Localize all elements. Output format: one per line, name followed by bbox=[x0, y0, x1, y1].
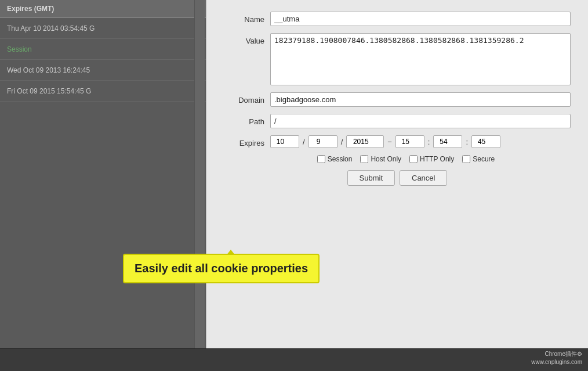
hostonly-checkbox[interactable] bbox=[360, 155, 368, 163]
httponly-checkbox[interactable] bbox=[409, 155, 418, 163]
expires-row: Expires / / − : : bbox=[224, 135, 571, 148]
httponly-checkbox-label: HTTP Only bbox=[420, 155, 454, 163]
value-textarea[interactable] bbox=[270, 33, 571, 85]
hostonly-checkbox-item[interactable]: Host Only bbox=[360, 155, 401, 163]
secure-checkbox-label: Secure bbox=[473, 155, 495, 163]
httponly-checkbox-item[interactable]: HTTP Only bbox=[409, 155, 454, 163]
table-row: Wed Oct 09 2013 16:24:45 bbox=[0, 60, 206, 81]
table-row: Thu Apr 10 2014 03:54:45 G bbox=[0, 18, 206, 39]
table-row-session: Session bbox=[0, 39, 206, 60]
expires-hour-input[interactable] bbox=[395, 135, 424, 148]
left-panel: Expires (GMT) Thu Apr 10 2014 03:54:45 G… bbox=[0, 0, 206, 348]
value-label: Value bbox=[224, 33, 270, 45]
cookie-edit-panel: Name Value Domain Path Expires / / bbox=[206, 0, 588, 348]
secure-checkbox[interactable] bbox=[462, 155, 470, 163]
time-separator-1: : bbox=[427, 138, 431, 146]
expires-month-input[interactable] bbox=[270, 135, 299, 148]
tooltip-text: Easily edit all cookie properties bbox=[135, 262, 308, 275]
name-row: Name bbox=[224, 12, 571, 26]
cancel-button[interactable]: Cancel bbox=[400, 170, 447, 186]
hostonly-checkbox-label: Host Only bbox=[371, 155, 401, 163]
expires-day-input[interactable] bbox=[308, 135, 337, 148]
buttons-row: Submit Cancel bbox=[224, 170, 571, 186]
name-label: Name bbox=[224, 12, 270, 24]
value-row: Value bbox=[224, 33, 571, 85]
expires-inputs: / / − : : bbox=[270, 135, 500, 148]
path-label: Path bbox=[224, 114, 270, 126]
bottom-bar: Chrome插件⚙ www.cnplugins.com bbox=[0, 348, 588, 371]
expires-column-header: Expires (GMT) bbox=[0, 0, 206, 18]
datetime-separator: − bbox=[386, 138, 393, 146]
secure-checkbox-item[interactable]: Secure bbox=[462, 155, 495, 163]
date-separator-2: / bbox=[340, 138, 344, 146]
expires-second-input[interactable] bbox=[471, 135, 500, 148]
scrollbar[interactable] bbox=[194, 0, 205, 348]
domain-label: Domain bbox=[224, 92, 270, 105]
session-checkbox-label: Session bbox=[328, 155, 353, 163]
name-input[interactable] bbox=[270, 12, 571, 26]
session-checkbox[interactable] bbox=[317, 155, 325, 163]
submit-button[interactable]: Submit bbox=[347, 170, 395, 186]
expires-minute-input[interactable] bbox=[433, 135, 462, 148]
domain-input[interactable] bbox=[270, 92, 571, 107]
checkboxes-row: Session Host Only HTTP Only Secure bbox=[224, 155, 571, 163]
expires-year-input[interactable] bbox=[346, 135, 384, 148]
time-separator-2: : bbox=[464, 138, 469, 146]
session-checkbox-item[interactable]: Session bbox=[317, 155, 353, 163]
table-row: Fri Oct 09 2015 15:54:45 G bbox=[0, 81, 206, 102]
date-separator-1: / bbox=[302, 138, 306, 146]
domain-row: Domain bbox=[224, 92, 571, 107]
expires-label: Expires bbox=[224, 135, 270, 147]
form-container: Name Value Domain Path Expires / / bbox=[206, 0, 588, 197]
path-input[interactable] bbox=[270, 114, 571, 128]
watermark: Chrome插件⚙ www.cnplugins.com bbox=[531, 350, 582, 366]
tooltip-box: Easily edit all cookie properties bbox=[123, 254, 320, 283]
path-row: Path bbox=[224, 114, 571, 128]
